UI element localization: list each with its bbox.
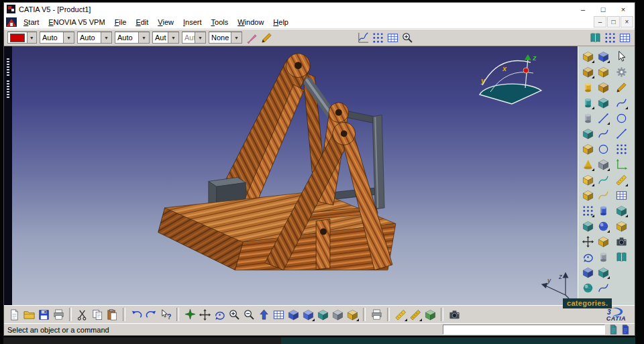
workbench-icon[interactable] [6, 17, 17, 27]
stiffener-icon[interactable] [581, 142, 594, 156]
chevron-down-icon[interactable]: ▼ [63, 32, 74, 43]
menu-view[interactable]: View [153, 17, 178, 27]
line-type-combo[interactable]: Auto ▼ [77, 32, 112, 44]
fly-mode-icon[interactable] [183, 308, 197, 321]
menu-enovia[interactable]: ENOVIA V5 VPM [44, 17, 109, 27]
measure-icon[interactable] [614, 173, 628, 186]
view-mode-icon[interactable] [614, 204, 628, 217]
measure-inertia-icon[interactable] [423, 308, 437, 321]
chevron-down-icon[interactable]: ▼ [138, 32, 149, 43]
undo-icon[interactable] [129, 308, 143, 321]
close-button[interactable]: × [613, 3, 633, 15]
chevron-down-icon[interactable]: ▼ [101, 32, 111, 43]
offset-surface-icon[interactable] [596, 173, 610, 186]
menu-start[interactable]: Start [19, 17, 44, 27]
render-capture-icon[interactable] [614, 235, 628, 248]
revolve-icon[interactable] [596, 204, 610, 217]
extract-icon[interactable] [596, 158, 610, 171]
work-grid-icon[interactable] [614, 188, 628, 202]
normal-view-icon[interactable] [257, 308, 270, 321]
shading-edges-icon[interactable] [316, 308, 329, 321]
shading-icon[interactable] [301, 308, 315, 321]
menu-edit[interactable]: Edit [131, 17, 153, 27]
title-bar[interactable]: CATIA V5 - [Product1] – □ × [4, 3, 635, 15]
cut-icon[interactable] [76, 308, 89, 321]
knowledge-grid-icon[interactable] [386, 31, 399, 44]
view-compass[interactable]: z x y [472, 50, 545, 114]
close-surface-icon[interactable] [581, 281, 594, 294]
apply-material-icon[interactable] [614, 219, 628, 233]
toolbar-drag-handle[interactable] [7, 58, 9, 77]
add-body-icon[interactable] [596, 65, 610, 78]
thick-surface-icon[interactable] [596, 235, 610, 248]
split-icon[interactable] [596, 111, 610, 125]
search-region-icon[interactable] [400, 31, 414, 44]
point-tool-icon[interactable] [614, 142, 628, 156]
pan-icon[interactable] [198, 308, 211, 321]
menu-tools[interactable]: Tools [207, 17, 233, 27]
pattern-icon[interactable] [581, 204, 594, 217]
measure-between-icon[interactable] [394, 308, 407, 321]
constraint-icon[interactable] [614, 158, 628, 171]
multi-view-icon[interactable] [272, 308, 285, 321]
render-mode-combo[interactable]: Aut ▼ [152, 32, 179, 44]
zoom-out-icon[interactable] [242, 308, 256, 321]
design-table-icon[interactable] [371, 31, 384, 44]
thread-icon[interactable] [596, 250, 610, 264]
assemble-icon[interactable] [596, 50, 610, 63]
profile-icon[interactable] [614, 96, 628, 109]
measure-item-icon[interactable] [409, 308, 422, 321]
line-weight-combo[interactable]: Auto ▼ [40, 32, 74, 44]
zoom-in-icon[interactable] [227, 308, 241, 321]
chevron-down-icon[interactable]: ▼ [27, 32, 36, 43]
trim-icon[interactable] [596, 127, 610, 140]
fillet-icon[interactable] [581, 173, 594, 186]
menu-file[interactable]: File [110, 17, 131, 27]
vpm-dot-grid-icon[interactable] [603, 31, 616, 44]
new-document-icon[interactable] [7, 308, 21, 321]
update-icon[interactable] [614, 65, 628, 78]
graphic-painter-icon[interactable] [245, 31, 258, 44]
color-combo[interactable]: ▼ [7, 32, 37, 44]
select-icon[interactable] [614, 50, 628, 63]
redo-icon[interactable] [144, 308, 158, 321]
sphere-surface-icon[interactable] [596, 219, 610, 233]
open-icon[interactable] [22, 308, 36, 321]
remove-body-icon[interactable] [596, 80, 610, 94]
menu-window[interactable]: Window [233, 17, 268, 27]
child-close-button[interactable]: × [621, 16, 633, 27]
pad-icon[interactable] [581, 50, 594, 63]
knowledge-formula-icon[interactable] [356, 31, 370, 44]
menu-insert[interactable]: Insert [178, 17, 207, 27]
whats-this-icon[interactable]: ? [159, 308, 172, 321]
rotate-view-icon[interactable] [213, 308, 226, 321]
chevron-down-icon[interactable]: ▼ [231, 32, 241, 43]
boundary-icon[interactable] [596, 142, 610, 156]
sew-surface-icon[interactable] [596, 281, 610, 294]
screen-capture-icon[interactable] [447, 308, 461, 321]
child-minimize-button[interactable]: – [594, 16, 606, 27]
3d-viewport[interactable]: z x y z y [12, 46, 578, 305]
hole-icon[interactable] [581, 111, 594, 125]
circle-tool-icon[interactable] [614, 111, 628, 125]
save-icon[interactable] [37, 308, 50, 321]
chevron-down-icon[interactable]: ▼ [168, 32, 178, 43]
line-tool-icon[interactable] [614, 127, 628, 140]
compass-origin-dot[interactable] [523, 68, 529, 73]
command-input[interactable] [443, 325, 605, 335]
rib-icon[interactable] [581, 127, 594, 140]
mirror-icon[interactable] [581, 219, 594, 233]
linked-doc-icon[interactable] [620, 324, 631, 335]
paste-icon[interactable] [105, 308, 119, 321]
rotate-body-icon[interactable] [581, 250, 594, 264]
sketcher-icon[interactable] [614, 80, 628, 94]
vpm-table-icon[interactable] [618, 31, 631, 44]
maximize-button[interactable]: □ [593, 3, 613, 15]
intersect-body-icon[interactable] [596, 96, 610, 109]
sweep-icon[interactable] [596, 188, 610, 202]
print-icon[interactable] [52, 308, 65, 321]
toolbar-drag-handle[interactable] [7, 80, 9, 99]
shaft-icon[interactable] [581, 80, 594, 94]
draft-angle-icon[interactable] [596, 266, 610, 279]
catalog-browser-icon[interactable] [588, 31, 602, 44]
